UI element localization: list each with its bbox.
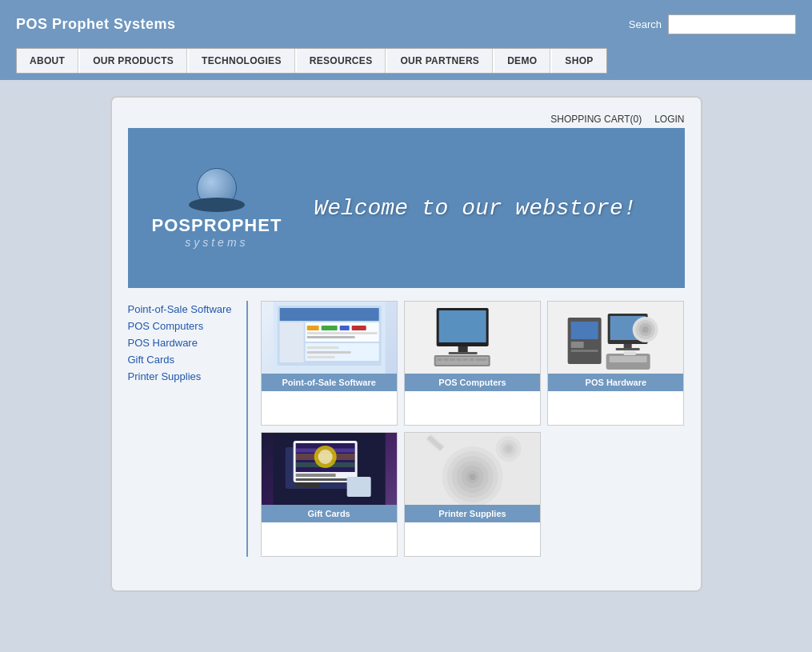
svg-rect-10 [306, 332, 377, 334]
svg-rect-8 [339, 326, 349, 330]
logo-pos-text: POSPROPHET [152, 215, 282, 236]
svg-rect-55 [295, 478, 354, 481]
nav-item-demo[interactable]: DEMO [494, 49, 550, 73]
svg-rect-19 [448, 352, 477, 354]
svg-rect-7 [321, 326, 337, 330]
sidebar-item-printer-supplies[interactable]: Printer Supplies [128, 368, 238, 385]
svg-rect-25 [456, 358, 461, 361]
search-area: Search [629, 14, 796, 34]
svg-point-53 [318, 450, 332, 464]
svg-rect-13 [306, 351, 350, 354]
product-card-pos-computers[interactable]: POS Computers [404, 301, 541, 426]
svg-rect-6 [306, 326, 318, 330]
hero-logo: POSPROPHET systems [152, 168, 282, 249]
hero-welcome-text: Welcome to our webstore! [314, 196, 636, 221]
nav-item-our-products[interactable]: OUR PRODUCTS [80, 49, 187, 73]
sidebar-item-gift-cards[interactable]: Gift Cards [128, 351, 238, 368]
nav-item-technologies[interactable]: TECHNOLOGIES [189, 49, 295, 73]
product-label-pos-computers: POS Computers [405, 374, 540, 391]
svg-rect-39 [610, 356, 647, 362]
svg-rect-12 [306, 346, 338, 349]
sidebar: Point-of-Sale Software POS Computers POS… [128, 301, 248, 557]
product-image-pos-hardware [548, 302, 683, 374]
svg-rect-17 [438, 310, 486, 342]
sidebar-item-pos-hardware[interactable]: POS Hardware [128, 334, 238, 351]
svg-rect-11 [306, 336, 354, 338]
product-label-pos-software: Point-of-Sale Software [262, 374, 397, 391]
top-bar: SHOPPING CART(0) LOGIN [128, 114, 685, 125]
product-label-pos-hardware: POS Hardware [548, 374, 683, 391]
svg-rect-24 [450, 358, 454, 361]
search-input[interactable] [668, 14, 796, 34]
svg-rect-26 [462, 358, 467, 361]
svg-rect-14 [306, 356, 334, 358]
hero-banner: POSPROPHET systems Welcome to our websto… [128, 128, 685, 288]
svg-point-65 [469, 474, 475, 480]
nav-item-resources[interactable]: RESOURCES [297, 49, 386, 73]
main-wrapper: SHOPPING CART(0) LOGIN POSPROPHET system… [110, 96, 702, 592]
navbar: ABOUT OUR PRODUCTS TECHNOLOGIES RESOURCE… [0, 48, 812, 80]
svg-rect-2 [279, 308, 378, 321]
shopping-cart-link[interactable]: SHOPPING CART(0) [550, 114, 642, 125]
svg-rect-40 [624, 351, 636, 355]
svg-rect-31 [571, 322, 598, 339]
product-label-printer-supplies: Printer Supplies [405, 505, 540, 522]
logo-globe-icon [189, 168, 245, 212]
svg-rect-27 [469, 358, 474, 361]
site-title: POS Prophet Systems [16, 16, 176, 33]
sidebar-item-pos-software[interactable]: Point-of-Sale Software [128, 301, 238, 318]
product-image-pos-software [262, 302, 397, 374]
svg-rect-3 [279, 322, 303, 362]
login-link[interactable]: LOGIN [654, 114, 684, 125]
header: POS Prophet Systems Search [0, 0, 812, 48]
product-card-printer-supplies[interactable]: Printer Supplies [404, 432, 541, 557]
svg-rect-32 [571, 342, 584, 348]
svg-rect-9 [351, 326, 366, 330]
logo-systems-text: systems [185, 236, 248, 249]
svg-point-69 [505, 446, 511, 452]
product-image-gift-cards [262, 433, 397, 505]
svg-rect-22 [437, 358, 442, 361]
nav-inner: ABOUT OUR PRODUCTS TECHNOLOGIES RESOURCE… [16, 48, 607, 74]
product-image-printer-supplies [405, 433, 540, 505]
sidebar-item-pos-computers[interactable]: POS Computers [128, 318, 238, 334]
search-label: Search [629, 18, 662, 30]
svg-rect-54 [295, 474, 335, 477]
nav-item-about[interactable]: ABOUT [17, 49, 78, 73]
svg-rect-18 [458, 346, 467, 353]
nav-item-shop[interactable]: SHOP [552, 49, 606, 73]
nav-item-our-partners[interactable]: OUR PARTNERS [387, 49, 493, 73]
product-card-pos-software[interactable]: Point-of-Sale Software [261, 301, 398, 426]
svg-point-44 [642, 326, 649, 333]
product-grid: Point-of-Sale Software [261, 301, 685, 557]
product-card-pos-hardware[interactable]: POS Hardware [547, 301, 684, 426]
product-image-pos-computers [405, 302, 540, 374]
svg-rect-57 [346, 477, 370, 497]
product-label-gift-cards: Gift Cards [262, 505, 397, 522]
product-card-gift-cards[interactable]: Gift Cards [261, 432, 398, 557]
svg-rect-37 [616, 348, 640, 350]
svg-rect-28 [475, 358, 486, 361]
svg-rect-33 [571, 350, 598, 352]
svg-rect-56 [295, 482, 319, 487]
svg-rect-23 [443, 358, 448, 361]
content-area: Point-of-Sale Software POS Computers POS… [128, 301, 685, 557]
